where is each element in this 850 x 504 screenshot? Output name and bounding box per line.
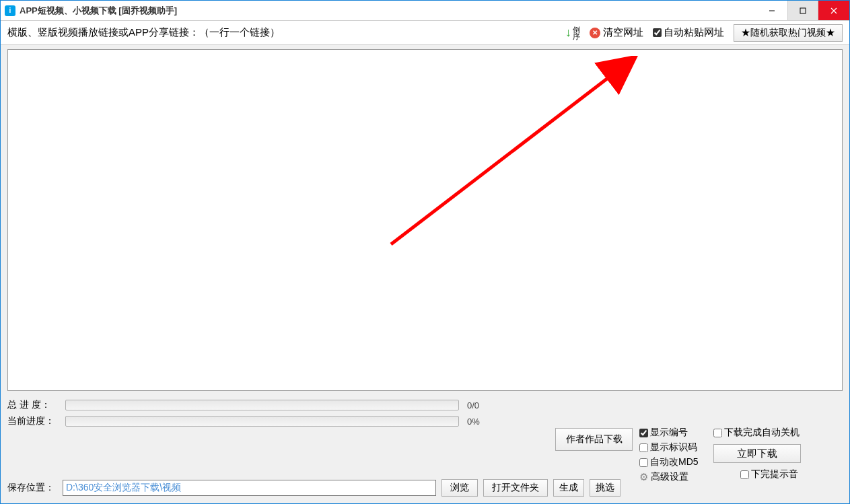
url-area-container bbox=[1, 45, 849, 393]
download-now-button[interactable]: 立即下载 bbox=[713, 444, 801, 463]
down-arrow-icon: ↓ bbox=[565, 26, 571, 40]
current-progress-bar bbox=[65, 416, 459, 427]
app-window: i APP短视频、小视频下载 [固乔视频助手] 横版、竖版视频播放链接或APP分… bbox=[0, 0, 850, 504]
advanced-settings-link[interactable]: ⚙高级设置 bbox=[639, 470, 713, 484]
clear-urls-button[interactable]: ✕ 清空网址 bbox=[590, 26, 643, 39]
maximize-button[interactable] bbox=[787, 1, 818, 20]
total-progress-label: 总 进 度： bbox=[7, 399, 61, 411]
current-progress-label: 当前进度： bbox=[7, 415, 61, 427]
author-works-download-button[interactable]: 作者作品下载 bbox=[555, 428, 633, 451]
save-row: 保存位置： 浏览 打开文件夹 生成 挑选 bbox=[7, 479, 621, 497]
window-title: APP短视频、小视频下载 [固乔视频助手] bbox=[20, 5, 177, 17]
show-code-checkbox[interactable]: 显示标识码 bbox=[639, 440, 713, 455]
save-path-label: 保存位置： bbox=[7, 482, 57, 494]
close-button[interactable] bbox=[818, 1, 849, 20]
save-path-input[interactable] bbox=[63, 480, 436, 496]
reverse-order-button[interactable]: ↓ 倒 序 bbox=[565, 26, 580, 40]
auto-md5-checkbox[interactable]: 自动改MD5 bbox=[639, 455, 713, 470]
minimize-button[interactable] bbox=[756, 1, 787, 20]
auto-shutdown-checkbox[interactable]: 下载完成自动关机 bbox=[713, 425, 841, 440]
open-folder-button[interactable]: 打开文件夹 bbox=[483, 479, 548, 497]
url-textarea[interactable] bbox=[7, 49, 843, 391]
app-icon: i bbox=[5, 5, 15, 16]
right-options: 作者作品下载 显示编号 显示标识码 自动改MD5 ⚙高级设置 下载完成自动关机 … bbox=[555, 424, 841, 498]
gear-icon: ⚙ bbox=[639, 471, 648, 483]
done-sound-checkbox[interactable]: 下完提示音 bbox=[740, 467, 841, 482]
random-hot-video-button[interactable]: ★随机获取热门视频★ bbox=[734, 24, 843, 42]
window-controls bbox=[756, 1, 849, 20]
current-progress-value: 0% bbox=[463, 417, 503, 427]
auto-paste-checkbox[interactable]: 自动粘贴网址 bbox=[653, 26, 724, 39]
auto-paste-label: 自动粘贴网址 bbox=[664, 26, 724, 39]
svg-rect-1 bbox=[800, 8, 806, 13]
browse-button[interactable]: 浏览 bbox=[441, 479, 478, 497]
total-progress-bar bbox=[65, 400, 459, 410]
auto-paste-input[interactable] bbox=[653, 28, 662, 37]
titlebar: i APP短视频、小视频下载 [固乔视频助手] bbox=[1, 1, 849, 21]
url-prompt-label: 横版、竖版视频播放链接或APP分享链接：（一行一个链接） bbox=[7, 26, 280, 39]
toolbar: 横版、竖版视频播放链接或APP分享链接：（一行一个链接） ↓ 倒 序 ✕ 清空网… bbox=[1, 21, 849, 45]
show-number-checkbox[interactable]: 显示编号 bbox=[639, 425, 713, 440]
total-progress-value: 0/0 bbox=[463, 400, 503, 410]
clear-icon: ✕ bbox=[590, 28, 600, 38]
clear-urls-label: 清空网址 bbox=[603, 26, 643, 39]
